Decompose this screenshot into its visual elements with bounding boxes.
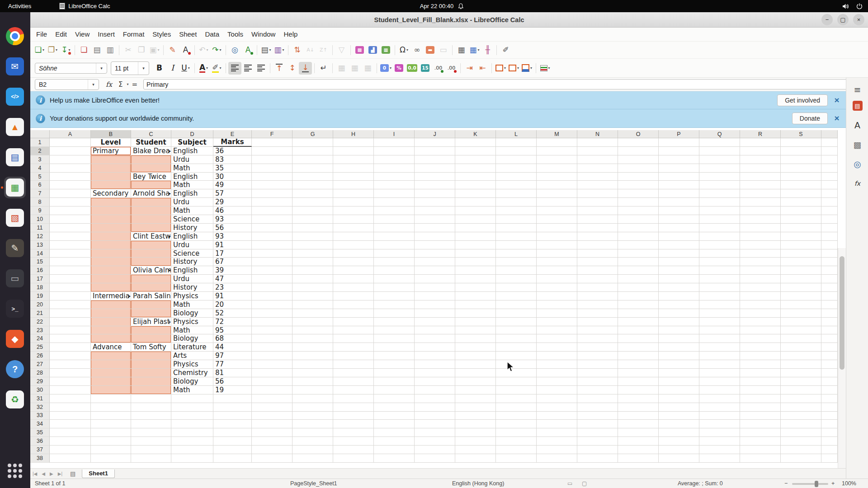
column-header-P[interactable]: P xyxy=(659,130,699,138)
cell-M5[interactable] xyxy=(537,173,577,181)
sidebar-styles[interactable]: A xyxy=(846,117,868,133)
cell-R3[interactable] xyxy=(740,155,781,164)
cell-F25[interactable] xyxy=(252,343,292,352)
clear-formatting-button[interactable]: A xyxy=(179,44,192,56)
cell-I15[interactable] xyxy=(374,258,415,266)
cell-Q38[interactable] xyxy=(699,454,740,463)
cell-L15[interactable] xyxy=(496,258,537,266)
cell-S32[interactable] xyxy=(781,403,821,412)
cell-G4[interactable] xyxy=(292,164,333,173)
cell-F32[interactable] xyxy=(252,403,292,412)
row-header-33[interactable]: 33 xyxy=(30,412,50,420)
cell-N36[interactable] xyxy=(577,437,618,446)
cell-L22[interactable] xyxy=(496,318,537,326)
cell-E26[interactable]: 97 xyxy=(213,352,252,360)
cell-K2[interactable] xyxy=(455,147,496,155)
cell-10[interactable] xyxy=(821,215,838,224)
cell-P16[interactable] xyxy=(659,266,699,275)
cell-A15[interactable] xyxy=(50,258,91,266)
cell-B28[interactable] xyxy=(91,369,131,377)
cell-N37[interactable] xyxy=(577,446,618,454)
cell-F13[interactable] xyxy=(252,241,292,249)
cell-K8[interactable] xyxy=(455,198,496,206)
cell-B21[interactable] xyxy=(91,309,131,318)
menu-file[interactable]: File xyxy=(32,28,51,41)
cell-M9[interactable] xyxy=(537,206,577,215)
cell-25[interactable] xyxy=(821,343,838,352)
cell-E37[interactable] xyxy=(213,446,252,454)
chevron-down-icon[interactable]: ▾ xyxy=(127,82,129,86)
cell-D9[interactable]: Math xyxy=(171,206,213,215)
cell-B31[interactable] xyxy=(91,394,131,403)
cell-S19[interactable] xyxy=(781,292,821,300)
cell-F5[interactable] xyxy=(252,173,292,181)
cell-J20[interactable] xyxy=(415,300,455,309)
cell-F35[interactable] xyxy=(252,428,292,437)
cell-B13[interactable] xyxy=(91,241,131,249)
cell-H7[interactable] xyxy=(333,189,374,198)
insert-image-button[interactable]: ▩ xyxy=(353,44,366,56)
cell-D11[interactable]: History xyxy=(171,224,213,232)
cell-J15[interactable] xyxy=(415,258,455,266)
cell-S11[interactable] xyxy=(781,224,821,232)
cell-F29[interactable] xyxy=(252,377,292,386)
cell-G8[interactable] xyxy=(292,198,333,206)
cell-E36[interactable] xyxy=(213,437,252,446)
cell-N38[interactable] xyxy=(577,454,618,463)
cell-N16[interactable] xyxy=(577,266,618,275)
cell-N4[interactable] xyxy=(577,164,618,173)
cell-B2[interactable]: Primary xyxy=(91,147,131,155)
cell-O14[interactable] xyxy=(618,249,659,258)
cell-N35[interactable] xyxy=(577,428,618,437)
cell-D24[interactable]: Biology xyxy=(171,334,213,343)
cell-G22[interactable] xyxy=(292,318,333,326)
cell-H33[interactable] xyxy=(333,412,374,420)
row-header-16[interactable]: 16 xyxy=(30,266,50,275)
menu-sheet[interactable]: Sheet xyxy=(175,28,201,41)
cell-H8[interactable] xyxy=(333,198,374,206)
cell-H35[interactable] xyxy=(333,428,374,437)
cell-A21[interactable] xyxy=(50,309,91,318)
cell-C1[interactable]: Student xyxy=(131,138,171,147)
new-document-button[interactable]: ❏▾ xyxy=(33,44,46,56)
delete-decimal-place-button[interactable]: .00 xyxy=(445,62,458,75)
cell-O19[interactable] xyxy=(618,292,659,300)
cell-R25[interactable] xyxy=(740,343,781,352)
cell-D30[interactable]: Math xyxy=(171,386,213,394)
cell-G14[interactable] xyxy=(292,249,333,258)
cell-2[interactable] xyxy=(821,147,838,155)
column-button[interactable]: ▥▾ xyxy=(273,44,286,56)
insert-comment-button[interactable]: ▬ xyxy=(424,44,437,56)
cell-Q17[interactable] xyxy=(699,275,740,283)
cell-R10[interactable] xyxy=(740,215,781,224)
cell-F26[interactable] xyxy=(252,352,292,360)
menu-format[interactable]: Format xyxy=(119,28,149,41)
cell-H32[interactable] xyxy=(333,403,374,412)
formula-input[interactable]: Primary xyxy=(143,79,856,89)
menu-help[interactable]: Help xyxy=(279,28,302,41)
special-character-button[interactable]: Ω▾ xyxy=(397,44,410,56)
cell-K12[interactable] xyxy=(455,232,496,241)
cell-31[interactable] xyxy=(821,394,838,403)
cell-B30[interactable] xyxy=(91,386,131,394)
cell-H13[interactable] xyxy=(333,241,374,249)
cell-K23[interactable] xyxy=(455,326,496,335)
cell-F18[interactable] xyxy=(252,283,292,292)
cell-M36[interactable] xyxy=(537,437,577,446)
cell-E4[interactable]: 35 xyxy=(213,164,252,173)
cell-P29[interactable] xyxy=(659,377,699,386)
split-window-button[interactable]: ╫ xyxy=(481,44,494,56)
cell-C18[interactable] xyxy=(131,283,171,292)
cell-27[interactable] xyxy=(821,360,838,369)
cell-M23[interactable] xyxy=(537,326,577,335)
cell-E8[interactable]: 29 xyxy=(213,198,252,206)
cell-K6[interactable] xyxy=(455,181,496,189)
cell-O26[interactable] xyxy=(618,352,659,360)
clone-formatting-button[interactable]: ✎ xyxy=(166,44,179,56)
row-header-2[interactable]: 2 xyxy=(30,147,50,155)
cell-I21[interactable] xyxy=(374,309,415,318)
cell-L14[interactable] xyxy=(496,249,537,258)
cell-A8[interactable] xyxy=(50,198,91,206)
cell-H22[interactable] xyxy=(333,318,374,326)
cell-S4[interactable] xyxy=(781,164,821,173)
